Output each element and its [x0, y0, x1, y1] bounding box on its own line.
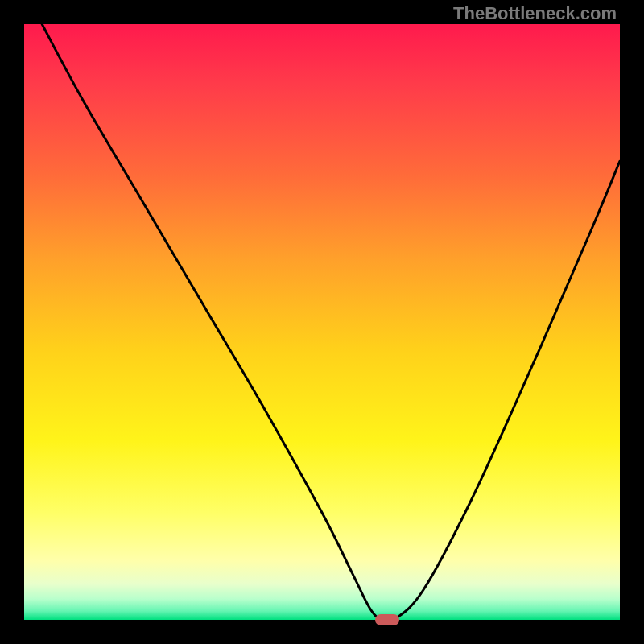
optimal-marker	[375, 614, 399, 625]
svg-rect-0	[24, 24, 620, 620]
plot-area	[24, 24, 620, 620]
border-bottom	[0, 620, 644, 644]
border-left	[0, 0, 24, 644]
border-right	[620, 0, 644, 644]
chart-container: TheBottleneck.com	[0, 0, 644, 644]
watermark-text: TheBottleneck.com	[453, 3, 617, 24]
gradient-background	[24, 24, 620, 620]
